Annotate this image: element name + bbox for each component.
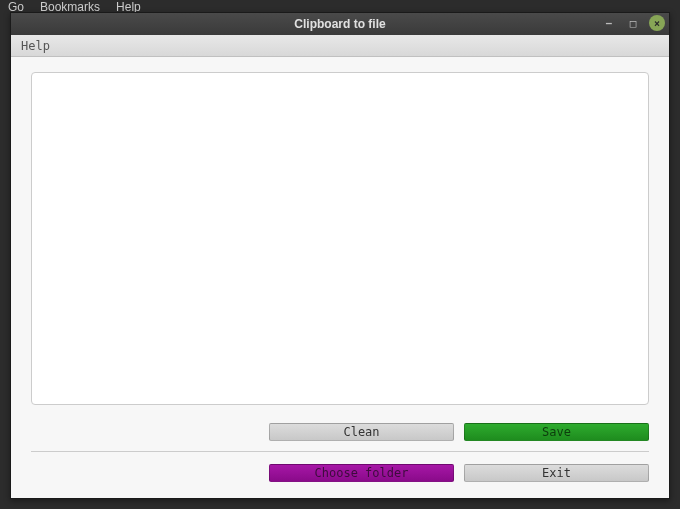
titlebar[interactable]: Clipboard to file − □ ×	[11, 13, 669, 35]
maximize-button[interactable]: □	[625, 15, 641, 31]
save-button[interactable]: Save	[464, 423, 649, 441]
window-controls: − □ ×	[601, 15, 665, 31]
divider	[31, 451, 649, 452]
minimize-button[interactable]: −	[601, 15, 617, 31]
content-area: Clean Save Choose folder Exit	[11, 57, 669, 498]
button-row-1: Clean Save	[31, 423, 649, 441]
app-menu-help[interactable]: Help	[21, 39, 50, 53]
clean-button[interactable]: Clean	[269, 423, 454, 441]
clipboard-textarea[interactable]	[31, 72, 649, 405]
dialog-window: Clipboard to file − □ × Help Clean Save …	[10, 12, 670, 499]
desktop-menubar: Go Bookmarks Help	[0, 0, 680, 12]
button-row-2: Choose folder Exit	[31, 464, 649, 482]
exit-button[interactable]: Exit	[464, 464, 649, 482]
window-title: Clipboard to file	[294, 17, 385, 31]
close-button[interactable]: ×	[649, 15, 665, 31]
app-menubar: Help	[11, 35, 669, 57]
choose-folder-button[interactable]: Choose folder	[269, 464, 454, 482]
